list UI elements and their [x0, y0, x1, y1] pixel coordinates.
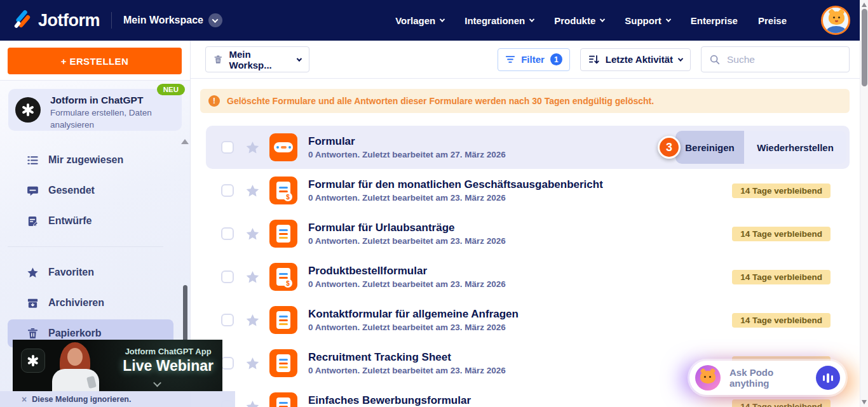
- nav-item-integrationen[interactable]: Integrationen: [465, 15, 534, 26]
- row-checkbox[interactable]: [221, 270, 234, 283]
- star-icon[interactable]: [245, 399, 260, 407]
- form-subtitle: 0 Antworten. Zuletzt bearbeitet am 27. M…: [308, 150, 506, 159]
- purge-button[interactable]: Bereinigen: [675, 131, 744, 164]
- brand-name: Jotform: [38, 11, 100, 30]
- form-icon: [269, 392, 297, 407]
- days-remaining-badge: 14 Tage verbleibend: [732, 183, 831, 198]
- sort-label: Letzte Aktivität: [606, 54, 673, 65]
- webinar-video-ad[interactable]: Jotform ChatGPT App Live Webinar: [13, 340, 222, 392]
- sidebar-item-favoriten[interactable]: Favoriten: [8, 258, 173, 286]
- form-icon: [269, 263, 297, 291]
- filter-label: Filter: [521, 54, 545, 65]
- ad-dismiss-bar[interactable]: × Diese Meldung ignorieren.: [0, 391, 235, 407]
- sidebar-scrollbar-thumb[interactable]: [183, 285, 187, 344]
- form-row[interactable]: Kontaktformular für allgemeine Anfragen …: [206, 298, 850, 342]
- form-row[interactable]: Produktbestellformular 0 Antworten. Zule…: [206, 255, 850, 298]
- chevron-down-icon: [212, 17, 219, 23]
- row-checkbox[interactable]: [221, 314, 234, 326]
- scroll-up-arrow[interactable]: [862, 3, 867, 7]
- dismiss-label: Diese Meldung ignorieren.: [32, 395, 131, 404]
- chatgpt-logo-icon: [21, 349, 45, 373]
- star-icon: [27, 267, 39, 279]
- sidebar-scroll-up-arrow[interactable]: [181, 139, 189, 144]
- form-row[interactable]: Formular für Urlaubsanträge 0 Antworten.…: [206, 212, 850, 255]
- sidebar-item-gesendet[interactable]: Gesendet: [8, 177, 173, 204]
- form-row[interactable]: Formular 0 Antworten. Zuletzt bearbeitet…: [206, 126, 850, 169]
- main-nav: Vorlagen Integrationen Produkte Support …: [395, 6, 850, 35]
- workspace-name: Mein Workspace: [123, 15, 203, 26]
- create-button[interactable]: + ERSTELLEN: [8, 48, 182, 74]
- nav-item-preise[interactable]: Preise: [758, 15, 787, 26]
- days-remaining-badge: 14 Tage verbleibend: [732, 227, 831, 241]
- close-icon[interactable]: ×: [22, 394, 27, 404]
- sort-icon: [588, 55, 600, 65]
- form-title: Formular für den monatlichen Geschäftsau…: [308, 178, 603, 191]
- row-checkbox[interactable]: [221, 227, 234, 240]
- form-icon: [269, 220, 297, 248]
- search-icon: [709, 54, 721, 65]
- row-checkbox[interactable]: [221, 357, 234, 370]
- ad-line2: Live Webinar: [123, 357, 214, 375]
- star-icon[interactable]: [245, 313, 260, 328]
- nav-item-enterprise[interactable]: Enterprise: [691, 15, 738, 26]
- days-remaining-badge: 14 Tage verbleibend: [732, 313, 831, 328]
- form-subtitle: 0 Antworten. Zuletzt bearbeitet am 23. M…: [308, 366, 506, 375]
- scrollbar-thumb[interactable]: [862, 9, 867, 86]
- warning-icon: [208, 95, 220, 107]
- form-title: Kontaktformular für allgemeine Anfragen: [308, 308, 519, 321]
- warning-banner: Gelöschte Formulare und alle Antworten d…: [200, 89, 850, 113]
- search-input[interactable]: [727, 54, 841, 65]
- sidebar-item-mir-zugewiesen[interactable]: Mir zugewiesen: [8, 146, 173, 174]
- filter-icon: [505, 55, 515, 63]
- form-title: Einfaches Bewerbungsformular: [308, 394, 506, 407]
- archive-icon: [27, 297, 39, 309]
- form-icon: [269, 177, 297, 204]
- row-checkbox[interactable]: [221, 141, 234, 154]
- assigned-list-icon: [27, 154, 39, 166]
- voice-input-button[interactable]: [816, 366, 840, 390]
- form-subtitle: 0 Antworten. Zuletzt bearbeitet am 23. M…: [308, 279, 506, 289]
- star-icon[interactable]: [245, 183, 260, 198]
- sidebar-menu: Mir zugewiesen Gesendet Entwürfe Favorit…: [8, 146, 173, 347]
- row-checkbox[interactable]: [221, 184, 234, 197]
- avatar-mascot-icon: [829, 11, 844, 25]
- jotform-logo[interactable]: Jotform: [13, 8, 100, 32]
- scroll-down-arrow[interactable]: [862, 400, 867, 404]
- step-annotation-badge: 3: [658, 136, 681, 159]
- neu-badge: NEU: [157, 84, 185, 95]
- search-box: [701, 46, 850, 72]
- form-subtitle: 0 Antworten. Zuletzt bearbeitet am 23. M…: [308, 193, 603, 203]
- nav-item-support[interactable]: Support: [625, 15, 670, 26]
- form-title: Recruitment Tracking Sheet: [308, 351, 506, 364]
- sidebar-item-archivieren[interactable]: Archivieren: [8, 289, 173, 317]
- app-root: Jotform Mein Workspace Vorlagen Integrat…: [0, 0, 868, 407]
- trash-view-dropdown[interactable]: Mein Worksp...: [205, 46, 309, 72]
- user-avatar[interactable]: [821, 6, 850, 35]
- star-icon[interactable]: [245, 227, 260, 241]
- page-scrollbar[interactable]: [860, 0, 868, 407]
- podo-avatar-icon: [695, 365, 721, 390]
- workspace-dropdown-toggle[interactable]: [208, 13, 222, 27]
- navbar-divider: [111, 12, 112, 29]
- podo-chat-widget[interactable]: Ask Podo anything: [689, 361, 846, 395]
- star-icon[interactable]: [245, 356, 260, 371]
- restore-button[interactable]: Wiederherstellen: [744, 131, 846, 164]
- filter-button[interactable]: Filter 1: [498, 48, 570, 71]
- star-icon[interactable]: [245, 270, 260, 284]
- draft-document-icon: [27, 215, 39, 227]
- trash-view-label: Mein Worksp...: [229, 49, 290, 70]
- sidebar-item-entwuerfe[interactable]: Entwürfe: [8, 207, 173, 235]
- nav-item-vorlagen[interactable]: Vorlagen: [395, 15, 444, 26]
- top-navbar: Jotform Mein Workspace Vorlagen Integrat…: [0, 0, 868, 41]
- form-icon: [269, 349, 297, 377]
- form-title: Formular: [308, 135, 506, 148]
- form-row[interactable]: Formular für den monatlichen Geschäftsau…: [206, 169, 850, 212]
- ad-line1: Jotform ChatGPT App: [123, 347, 214, 356]
- days-remaining-badge: 14 Tage verbleibend: [732, 270, 831, 284]
- sort-button[interactable]: Letzte Aktivität: [580, 48, 691, 71]
- nav-item-produkte[interactable]: Produkte: [554, 15, 604, 26]
- promo-title: Jotform in ChatGPT: [50, 95, 175, 106]
- row-actions: 3 Bereinigen Wiederherstellen: [675, 131, 846, 164]
- chatgpt-promo-card[interactable]: Jotform in ChatGPT Formulare erstellen, …: [8, 89, 182, 131]
- star-icon[interactable]: [245, 140, 260, 155]
